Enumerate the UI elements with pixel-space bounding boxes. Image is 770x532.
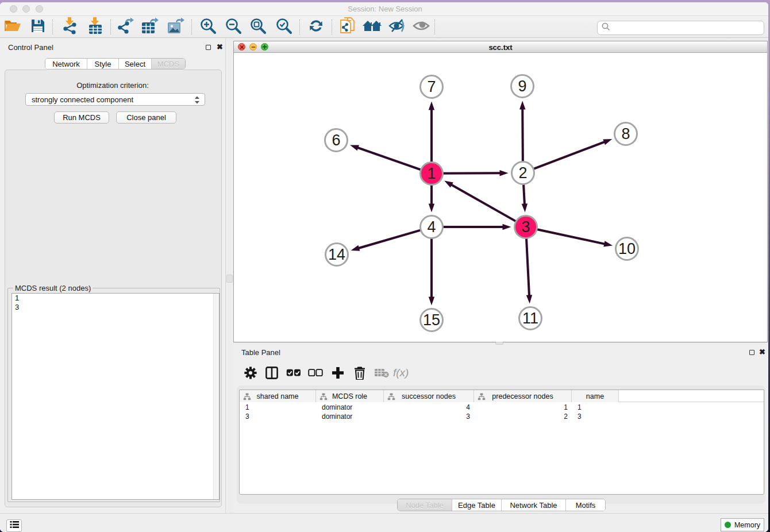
toolbar-separator	[52, 20, 53, 34]
home-button[interactable]	[361, 17, 382, 37]
tab-mcds[interactable]: MCDS	[152, 59, 185, 69]
close-panel-button[interactable]: Close panel	[116, 111, 176, 124]
export-network-icon	[118, 17, 134, 37]
save-session-button[interactable]	[28, 17, 48, 37]
memory-button[interactable]: Memory	[721, 518, 764, 531]
fx-icon: f(x)	[392, 372, 414, 381]
result-scrollbar[interactable]	[213, 294, 219, 499]
zoom-in-button[interactable]	[198, 17, 218, 37]
control-panel-title: Control Panel	[8, 43, 53, 52]
control-panel-float-icon[interactable]	[206, 45, 211, 50]
column-header-shared-name[interactable]: shared name	[240, 390, 316, 402]
column-header-label: MCDS role	[332, 392, 367, 400]
export-table-icon	[141, 17, 159, 37]
table-cell: 4	[384, 403, 474, 412]
hierarchy-icon	[243, 392, 251, 403]
zoom-fit-button[interactable]	[248, 17, 268, 37]
network-canvas[interactable]: 7968124314101511	[234, 53, 767, 342]
graph-edge-1-2[interactable]	[443, 173, 501, 174]
column-header-MCDS-role[interactable]: MCDS role	[316, 390, 384, 402]
vertical-splitter-handle[interactable]	[226, 275, 233, 283]
tab-node-table[interactable]: Node Table	[398, 499, 452, 511]
export-table-button[interactable]	[140, 17, 160, 37]
unselect-all-columns-button[interactable]	[308, 369, 323, 379]
graph-edge-3-11[interactable]	[526, 238, 529, 296]
control-panel-close-icon[interactable]: ✖	[217, 44, 223, 50]
delete-columns-button[interactable]	[353, 366, 366, 382]
graph-node-label: 8	[621, 125, 630, 142]
mcds-result-item[interactable]: 1	[12, 294, 219, 303]
mcds-result-list[interactable]: 13	[11, 293, 220, 500]
node-table: shared nameMCDS rolesuccessor nodesprede…	[239, 390, 764, 495]
tab-network-table[interactable]: Network Table	[502, 499, 566, 511]
criterion-select[interactable]: strongly connected component	[25, 93, 205, 106]
tab-style[interactable]: Style	[87, 59, 119, 69]
search-input[interactable]	[613, 23, 764, 33]
export-network-button[interactable]	[116, 17, 136, 37]
import-table-icon	[88, 17, 103, 37]
table-panel-float-icon[interactable]	[749, 350, 754, 355]
unselect-all-icon	[308, 369, 323, 379]
show-all-button[interactable]	[411, 17, 432, 37]
graph-edge-1-6[interactable]	[357, 148, 421, 170]
hide-selected-button[interactable]	[387, 17, 407, 37]
graph-edge-3-10[interactable]	[537, 229, 606, 244]
zoom-selected-button[interactable]	[274, 17, 294, 37]
control-panel: Control Panel ✖ NetworkStyleSelectMCDS O…	[0, 38, 226, 513]
table-row-1[interactable]: 1dominator411	[240, 403, 764, 412]
table-panel-close-icon[interactable]: ✖	[759, 349, 765, 355]
table-cell: dominator	[316, 412, 384, 421]
table-settings-button[interactable]	[244, 367, 257, 381]
column-header-name[interactable]: name	[572, 390, 619, 402]
export-image-button[interactable]	[165, 17, 186, 37]
tab-edge-table[interactable]: Edge Table	[452, 499, 502, 511]
column-header-label: predecessor nodes	[492, 392, 553, 400]
tab-select[interactable]: Select	[119, 59, 152, 69]
column-header-label: name	[586, 392, 604, 400]
show-columns-button[interactable]	[265, 367, 278, 381]
horizontal-splitter-handle[interactable]	[495, 342, 503, 345]
memory-label: Memory	[734, 521, 760, 529]
graph-node-label: 1	[427, 165, 436, 182]
tab-network[interactable]: Network	[45, 59, 87, 69]
show-panels-button[interactable]	[6, 519, 22, 532]
graph-edge-4-14[interactable]	[358, 230, 421, 249]
run-mcds-button[interactable]: Run MCDS	[54, 111, 109, 124]
home-icon	[362, 19, 382, 35]
column-header-successor-nodes[interactable]: successor nodes	[384, 390, 474, 402]
network-window-titlebar[interactable]: scc.txt	[234, 41, 767, 53]
table-row-2[interactable]: 3dominator323	[240, 412, 764, 421]
refresh-view-button[interactable]	[306, 17, 326, 37]
import-network-button[interactable]	[60, 17, 80, 37]
tab-motifs[interactable]: Motifs	[566, 499, 605, 511]
svg-text:f(x): f(x)	[393, 367, 409, 379]
columns-icon	[265, 371, 278, 381]
create-column-button[interactable]	[332, 367, 344, 381]
column-header-predecessor-nodes[interactable]: predecessor nodes	[474, 390, 572, 402]
select-chevrons-icon	[193, 95, 201, 107]
window-title: Session: New Session	[0, 5, 768, 13]
select-all-columns-button[interactable]	[286, 369, 301, 379]
main-area: Control Panel ✖ NetworkStyleSelectMCDS O…	[0, 38, 768, 532]
zoom-out-button[interactable]	[223, 17, 244, 37]
hierarchy-icon	[478, 392, 486, 403]
network-file-icon	[340, 17, 356, 37]
mcds-result-item[interactable]: 3	[12, 303, 219, 312]
graph-edge-2-8[interactable]	[534, 142, 605, 169]
trash-icon	[353, 372, 366, 381]
table-cell: 3	[572, 412, 619, 421]
graph-edge-3-1[interactable]	[451, 184, 515, 221]
column-header-label: shared name	[257, 392, 299, 400]
plus-icon	[332, 371, 344, 381]
zoom-in-icon	[199, 17, 217, 37]
first-neighbors-button[interactable]	[337, 17, 358, 37]
graph-edge-2-9[interactable]	[522, 108, 523, 161]
graph-edge-2-3[interactable]	[523, 184, 525, 205]
export-image-icon	[167, 17, 184, 37]
open-session-button[interactable]	[2, 17, 23, 37]
graph-edge-arrowhead	[350, 145, 359, 151]
table-cell: 3	[384, 412, 474, 421]
graph-edge-arrowhead	[503, 224, 511, 230]
graph-edge-arrowhead	[603, 139, 612, 145]
import-table-button[interactable]	[85, 17, 106, 37]
